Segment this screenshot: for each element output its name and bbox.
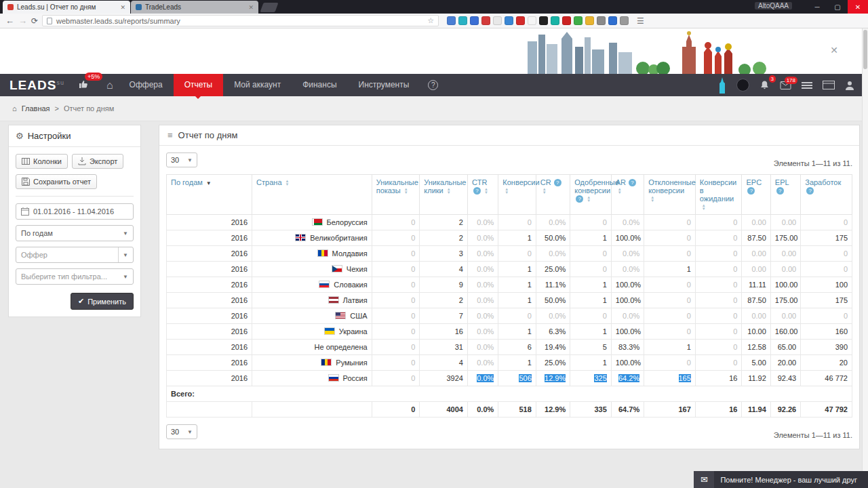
manager-tooltip[interactable]: ✉ Помните! Менеджер - ваш лучший друг — [694, 471, 868, 488]
offer-filter-input[interactable]: Оффер ▼ — [16, 247, 134, 263]
extension-icon[interactable] — [585, 16, 594, 25]
scrollbar-thumb[interactable] — [863, 30, 867, 69]
column-header[interactable]: Отклоненные конверсии▲▼ — [644, 175, 696, 215]
cell-value: 0.0% — [467, 215, 498, 230]
avatar[interactable] — [736, 79, 749, 92]
page-size-select[interactable]: 30 ▼ — [166, 152, 197, 167]
likes-indicator[interactable]: +5% — [78, 79, 96, 92]
save-report-button[interactable]: Сохранить отчет — [16, 174, 97, 189]
nav-item-tools[interactable]: Инструменты — [348, 74, 420, 96]
apply-button[interactable]: ✔ Применить — [71, 293, 134, 310]
extension-icon[interactable] — [539, 16, 548, 25]
extension-icon[interactable] — [551, 16, 559, 25]
reload-button[interactable]: ⟳ — [31, 16, 38, 26]
report-header: ≡ Отчет по дням — [159, 125, 859, 146]
nav-item-reports[interactable]: Отчеты — [174, 74, 223, 96]
browser-menu-icon[interactable]: ☰ — [637, 16, 644, 26]
cell-value: 0 — [695, 262, 742, 277]
maximize-button[interactable]: ▢ — [827, 0, 848, 14]
home-icon[interactable]: ⌂ — [106, 79, 113, 92]
new-tab-button[interactable] — [260, 3, 278, 12]
panels-icon[interactable] — [823, 81, 835, 89]
tab-close-icon[interactable]: ✕ — [120, 4, 125, 11]
cell-value: 11.1% — [536, 277, 570, 293]
filter-type-select[interactable]: Выберите тип фильтра... ▼ — [16, 268, 134, 285]
help-icon[interactable]: ? — [806, 187, 814, 195]
tab-close-icon[interactable]: ✕ — [248, 4, 254, 11]
cell-value: 0 — [695, 293, 742, 308]
list-icon[interactable] — [802, 81, 812, 89]
column-header[interactable]: Уникальные показы▲▼ — [372, 175, 420, 215]
column-header[interactable]: Одобренные конверсии?▲▼ — [570, 175, 612, 215]
help-icon[interactable]: ? — [776, 187, 784, 195]
forward-button[interactable]: → — [18, 16, 27, 25]
value-text: 0 — [687, 359, 691, 367]
help-icon[interactable]: ? — [576, 195, 583, 203]
cell-country: Россия — [252, 371, 372, 386]
extension-icon[interactable] — [470, 16, 479, 25]
url-bar[interactable]: webmaster.leads.su/reports/summary ☆ — [42, 15, 439, 26]
chevron-down-icon[interactable]: ▼ — [118, 247, 128, 262]
nav-item-account[interactable]: Мой аккаунт — [223, 74, 292, 96]
browser-tab[interactable]: TradeLeads✕ — [131, 1, 258, 14]
extension-icon[interactable] — [493, 16, 502, 25]
group-by-select[interactable]: По годам ▼ — [16, 225, 134, 241]
cell-value: 16 — [695, 371, 742, 386]
browser-scrollbar[interactable] — [862, 28, 868, 488]
bookmark-star-icon[interactable]: ☆ — [427, 16, 434, 25]
columns-button[interactable]: Колонки — [16, 154, 68, 169]
extension-icon[interactable] — [458, 16, 467, 25]
cell-value: 0.0% — [467, 355, 498, 371]
extension-icon[interactable] — [505, 16, 513, 25]
column-header: EPC? — [742, 175, 770, 215]
user-icon[interactable] — [845, 81, 854, 90]
breadcrumb-current: Отчет по дням — [64, 104, 114, 113]
extension-icon[interactable] — [608, 16, 617, 25]
close-window-button[interactable]: ✕ — [848, 0, 868, 14]
column-header[interactable]: AR?▲▼ — [611, 175, 644, 215]
breadcrumb-home-link[interactable]: Главная — [22, 104, 50, 113]
column-header[interactable]: CTR?▲▼ — [467, 175, 498, 215]
page-size-select-bottom[interactable]: 30 ▼ — [166, 424, 197, 439]
logo[interactable]: LEADSsu — [9, 78, 64, 93]
breadcrumb-home-icon[interactable]: ⌂ — [12, 104, 17, 113]
column-header[interactable]: Страна▲▼ — [252, 175, 372, 215]
minimize-button[interactable]: ─ — [807, 0, 827, 14]
cell-value: 0.0% — [467, 308, 498, 324]
cell-value: 0.0% — [536, 246, 570, 262]
column-header[interactable]: CR?▲▼ — [536, 175, 570, 215]
nav-item-finance[interactable]: Финансы — [292, 74, 347, 96]
extension-icon[interactable] — [620, 16, 629, 25]
extension-icon[interactable] — [447, 16, 456, 25]
messages-icon[interactable]: 178 — [780, 81, 791, 89]
back-button[interactable]: ← — [5, 16, 14, 25]
column-header[interactable]: Уникальные клики▲▼ — [420, 175, 468, 215]
extension-icon[interactable] — [574, 16, 583, 25]
nav-item-offers[interactable]: Оффера — [119, 74, 174, 96]
date-range-input[interactable]: 01.01.2016 - 11.04.2016 — [16, 203, 134, 220]
extension-icon[interactable] — [516, 16, 525, 25]
help-icon[interactable]: ? — [473, 187, 481, 195]
tower-icon[interactable] — [718, 77, 726, 94]
help-icon[interactable]: ? — [747, 187, 755, 195]
column-header[interactable]: Конверсии▲▼ — [498, 175, 536, 215]
extension-icon[interactable] — [562, 16, 571, 25]
cell-country: Белоруссия — [252, 215, 372, 230]
country-name: Россия — [343, 374, 368, 382]
browser-tab[interactable]: Leads.su | Отчет по дням✕ — [3, 1, 130, 14]
url-text[interactable]: webmaster.leads.su/reports/summary — [56, 17, 180, 25]
extension-icon[interactable] — [481, 16, 490, 25]
calendar-icon — [21, 207, 29, 216]
help-icon[interactable]: ? — [554, 179, 561, 186]
extension-icon[interactable] — [597, 16, 606, 25]
column-header[interactable]: По годам▼ — [167, 175, 252, 215]
notifications-bell-icon[interactable]: 3 — [760, 80, 770, 90]
extension-icon[interactable] — [528, 16, 536, 25]
cell-value: 1 — [498, 230, 536, 246]
help-icon[interactable]: ? — [629, 179, 636, 186]
help-icon[interactable]: ? — [428, 80, 438, 90]
banner-close-icon[interactable]: ✕ — [830, 45, 838, 56]
column-header[interactable]: Конверсии в ожидании▲▼ — [695, 175, 742, 215]
column-label: EPL — [775, 178, 789, 186]
export-button[interactable]: Экспорт — [72, 154, 123, 169]
